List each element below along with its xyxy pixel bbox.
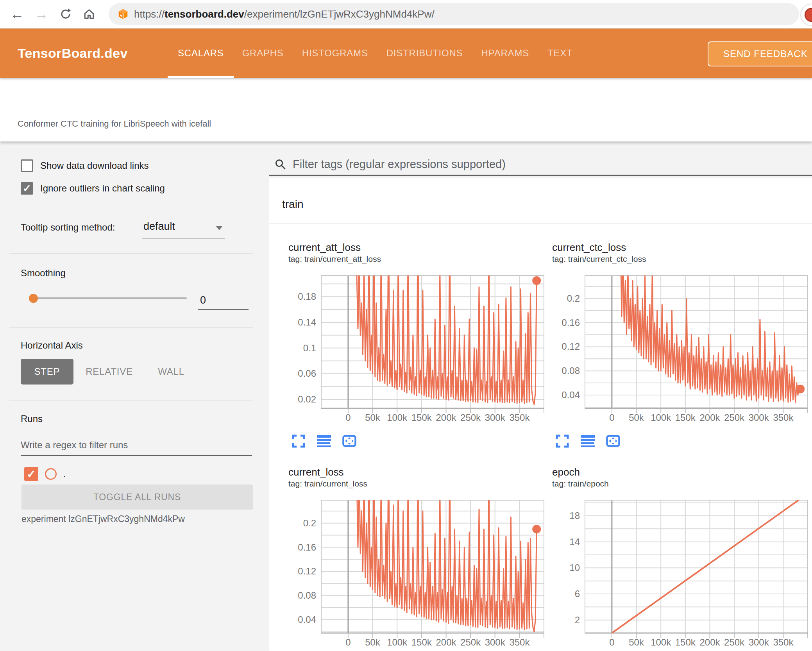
smoothing-value-input[interactable] [198, 292, 249, 310]
url-text: https://tensorboard.dev/experiment/lzGnE… [134, 8, 435, 20]
main-panel: train current_att_loss tag: train/curren… [269, 141, 812, 651]
svg-text:0.12: 0.12 [298, 566, 316, 576]
smoothing-slider-track[interactable] [29, 297, 187, 299]
line-chart-epoch[interactable]: 26101418050k100k150k200k250k300k350k [533, 492, 810, 649]
send-feedback-button[interactable]: SEND FEEDBACK [708, 41, 812, 66]
log-scale-icon[interactable] [317, 434, 331, 448]
svg-text:10: 10 [569, 562, 580, 573]
chart-tag: tag: train/epoch [552, 479, 797, 488]
svg-text:0.14: 0.14 [298, 317, 316, 327]
experiment-title-strip: Conformer CTC training for LibriSpeech w… [0, 78, 812, 141]
svg-text:0.04: 0.04 [298, 614, 316, 625]
svg-text:18: 18 [569, 510, 580, 521]
svg-text:0.12: 0.12 [562, 341, 580, 352]
fit-domain-icon[interactable] [606, 434, 620, 448]
chart-card-current-ctc-loss: current_ctc_loss tag: train/current_ctc_… [533, 229, 797, 453]
content-area: Show data download links ✓ Ignore outlie… [0, 141, 812, 651]
back-icon[interactable]: ← [9, 0, 26, 28]
fit-domain-icon[interactable] [342, 434, 356, 448]
filter-underline [269, 175, 812, 176]
filter-tags-input[interactable] [293, 156, 793, 173]
section-title-train[interactable]: train [282, 198, 303, 211]
chart-card-current-loss: current_loss tag: train/current_loss 0.0… [269, 453, 533, 651]
settings-sidebar: Show data download links ✓ Ignore outlie… [0, 141, 263, 651]
axis-relative-button[interactable]: RELATIVE [83, 359, 136, 385]
run-item[interactable]: ✓ . [24, 467, 66, 481]
log-scale-icon[interactable] [581, 434, 595, 448]
axis-step-button[interactable]: STEP [21, 359, 73, 385]
line-chart-current-att-loss[interactable]: 0.020.060.10.140.18050k100k150k200k250k3… [269, 268, 547, 424]
svg-text:100k: 100k [651, 637, 671, 647]
home-icon[interactable] [80, 0, 98, 28]
svg-text:0.02: 0.02 [298, 394, 316, 404]
svg-text:0.16: 0.16 [562, 317, 580, 328]
ignore-outliers-row[interactable]: ✓ Ignore outliers in chart scaling [21, 182, 165, 195]
run-color-swatch-icon [45, 468, 57, 480]
app-logo: TensorBoard.dev [18, 28, 128, 78]
svg-text:150k: 150k [675, 412, 696, 423]
active-tab-underline [168, 76, 234, 78]
runs-filter-input[interactable] [21, 435, 252, 456]
chart-tag: tag: train/current_loss [288, 479, 533, 488]
tooltip-sorting-select[interactable]: default [142, 218, 225, 239]
svg-text:0.08: 0.08 [298, 590, 316, 601]
svg-text:0: 0 [345, 412, 351, 423]
svg-text:2: 2 [575, 615, 580, 625]
line-chart-current-loss[interactable]: 0.040.080.120.160.2050k100k150k200k250k3… [269, 492, 547, 649]
svg-text:50k: 50k [629, 637, 644, 647]
reload-icon[interactable] [57, 0, 74, 28]
forward-icon[interactable]: → [33, 0, 50, 28]
divider [9, 401, 253, 401]
horizontal-axis-label: Horizontal Axis [21, 340, 83, 351]
svg-text:0.18: 0.18 [298, 291, 316, 302]
svg-text:350k: 350k [773, 637, 794, 647]
svg-text:200k: 200k [699, 637, 720, 647]
tab-text[interactable]: TEXT [547, 48, 573, 59]
url-bar[interactable]: https://tensorboard.dev/experiment/lzGnE… [109, 3, 799, 25]
svg-text:0.1: 0.1 [303, 343, 316, 353]
toggle-all-runs-button[interactable]: TOGGLE ALL RUNS [21, 485, 253, 510]
chart-title: epoch [552, 466, 797, 478]
tab-scalars[interactable]: SCALARS [178, 48, 224, 59]
chart-toolbar [555, 434, 797, 448]
tooltip-sorting-label: Tooltip sorting method: [21, 218, 115, 233]
tab-distributions[interactable]: DISTRIBUTIONS [386, 48, 463, 59]
chevron-down-icon [216, 226, 223, 230]
divider [9, 253, 253, 254]
svg-text:50k: 50k [365, 637, 381, 647]
run-checkbox-checked-icon[interactable]: ✓ [24, 467, 38, 481]
search-icon [274, 158, 286, 170]
svg-text:250k: 250k [724, 412, 745, 423]
tab-hparams[interactable]: HPARAMS [481, 48, 529, 59]
tab-histograms[interactable]: HISTOGRAMS [302, 48, 368, 59]
chart-card-epoch: epoch tag: train/epoch 26101418050k100k1… [533, 453, 797, 651]
checkbox-checked-icon[interactable]: ✓ [21, 182, 33, 195]
checkbox-unchecked-icon[interactable] [21, 159, 33, 172]
svg-text:100k: 100k [651, 412, 671, 423]
svg-text:200k: 200k [699, 412, 720, 423]
chart-title: current_att_loss [288, 241, 533, 253]
smoothing-slider-handle[interactable] [29, 294, 38, 303]
chart-title: current_ctc_loss [552, 241, 797, 253]
chart-title: current_loss [288, 466, 533, 478]
svg-text:0: 0 [345, 637, 351, 647]
ignore-outliers-label: Ignore outliers in chart scaling [40, 183, 165, 194]
expand-chart-icon[interactable] [292, 434, 306, 448]
svg-text:300k: 300k [485, 412, 506, 423]
axis-wall-button[interactable]: WALL [150, 359, 193, 385]
show-download-links-row[interactable]: Show data download links [21, 159, 149, 172]
svg-text:150k: 150k [675, 637, 696, 647]
svg-text:0.2: 0.2 [567, 293, 580, 304]
svg-text:50k: 50k [365, 412, 381, 423]
svg-text:100k: 100k [387, 412, 408, 423]
svg-text:350k: 350k [773, 412, 794, 423]
chart-card-current-att-loss: current_att_loss tag: train/current_att_… [269, 229, 533, 453]
expand-chart-icon[interactable] [555, 434, 569, 448]
tab-graphs[interactable]: GRAPHS [242, 48, 284, 59]
svg-text:200k: 200k [436, 637, 456, 647]
line-chart-current-ctc-loss[interactable]: 0.040.080.120.160.2050k100k150k200k250k3… [533, 268, 810, 424]
divider [9, 327, 253, 328]
charts-grid: current_att_loss tag: train/current_att_… [269, 229, 797, 651]
profile-avatar[interactable] [800, 4, 812, 26]
svg-text:300k: 300k [485, 637, 506, 647]
